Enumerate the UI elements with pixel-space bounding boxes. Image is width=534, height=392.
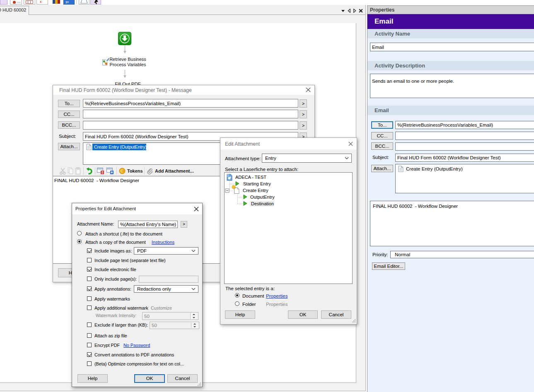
svg-text:Destination: Destination <box>251 201 274 206</box>
svg-text:ADECA - TEST: ADECA - TEST <box>235 175 266 180</box>
svg-text:Create Entry: Create Entry <box>243 188 268 193</box>
svg-text:Starting Entry: Starting Entry <box>243 181 271 186</box>
svg-text:OutputEntry: OutputEntry <box>250 195 275 200</box>
